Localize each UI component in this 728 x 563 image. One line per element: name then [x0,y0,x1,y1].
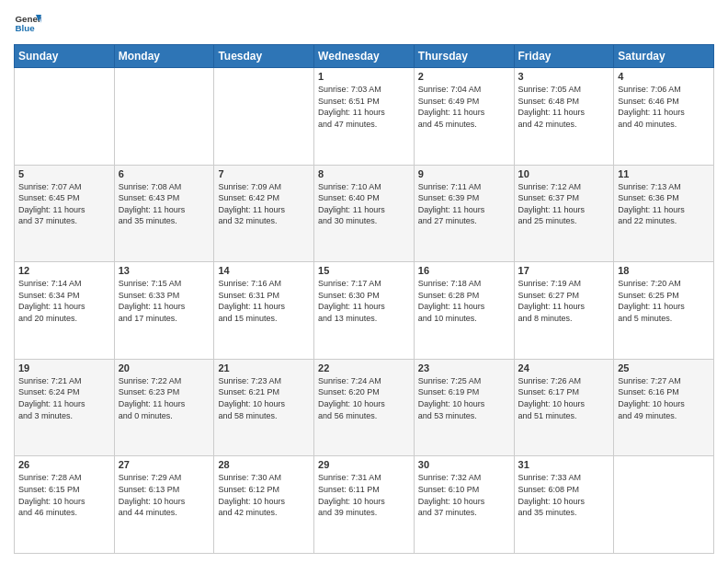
day-info: Sunrise: 7:15 AM Sunset: 6:33 PM Dayligh… [119,278,210,324]
col-friday: Friday [514,45,614,68]
day-info: Sunrise: 7:09 AM Sunset: 6:42 PM Dayligh… [218,181,310,227]
table-row: 27Sunrise: 7:29 AM Sunset: 6:13 PM Dayli… [114,456,214,554]
day-number: 27 [119,459,210,470]
day-number: 28 [218,459,310,470]
table-row: 6Sunrise: 7:08 AM Sunset: 6:43 PM Daylig… [114,165,214,262]
day-info: Sunrise: 7:13 AM Sunset: 6:36 PM Dayligh… [618,181,710,227]
day-number: 7 [218,168,310,179]
day-info: Sunrise: 7:08 AM Sunset: 6:43 PM Dayligh… [119,181,210,227]
table-row: 21Sunrise: 7:23 AM Sunset: 6:21 PM Dayli… [214,359,314,456]
col-saturday: Saturday [614,45,714,68]
day-info: Sunrise: 7:28 AM Sunset: 6:15 PM Dayligh… [18,472,110,518]
table-row: 12Sunrise: 7:14 AM Sunset: 6:34 PM Dayli… [15,262,115,360]
calendar-week-row: 1Sunrise: 7:03 AM Sunset: 6:51 PM Daylig… [15,68,714,166]
day-info: Sunrise: 7:04 AM Sunset: 6:49 PM Dayligh… [418,84,510,130]
col-sunday: Sunday [15,45,115,68]
day-number: 24 [518,362,610,373]
day-info: Sunrise: 7:27 AM Sunset: 6:16 PM Dayligh… [618,375,710,421]
day-number: 20 [119,362,210,373]
day-info: Sunrise: 7:22 AM Sunset: 6:23 PM Dayligh… [119,375,210,421]
table-row: 10Sunrise: 7:12 AM Sunset: 6:37 PM Dayli… [514,165,614,262]
table-row: 18Sunrise: 7:20 AM Sunset: 6:25 PM Dayli… [614,262,714,360]
table-row: 13Sunrise: 7:15 AM Sunset: 6:33 PM Dayli… [114,262,214,360]
table-row: 19Sunrise: 7:21 AM Sunset: 6:24 PM Dayli… [15,359,115,456]
header: General Blue [14,9,714,37]
table-row: 15Sunrise: 7:17 AM Sunset: 6:30 PM Dayli… [314,262,415,360]
day-number: 14 [218,265,310,276]
calendar-container: General Blue Sunday Monday Tuesday [0,0,728,563]
day-number: 11 [618,168,710,179]
calendar-header-row: Sunday Monday Tuesday Wednesday Thursday… [15,45,714,68]
day-number: 4 [618,71,710,82]
table-row: 8Sunrise: 7:10 AM Sunset: 6:40 PM Daylig… [314,165,415,262]
day-number: 26 [18,459,110,470]
day-number: 6 [119,168,210,179]
svg-text:Blue: Blue [16,23,36,33]
day-info: Sunrise: 7:10 AM Sunset: 6:40 PM Dayligh… [318,181,410,227]
calendar-week-row: 19Sunrise: 7:21 AM Sunset: 6:24 PM Dayli… [15,359,714,456]
table-row: 9Sunrise: 7:11 AM Sunset: 6:39 PM Daylig… [414,165,514,262]
calendar-week-row: 5Sunrise: 7:07 AM Sunset: 6:45 PM Daylig… [15,165,714,262]
logo-icon: General Blue [14,9,41,37]
day-info: Sunrise: 7:24 AM Sunset: 6:20 PM Dayligh… [318,375,410,421]
table-row: 28Sunrise: 7:30 AM Sunset: 6:12 PM Dayli… [214,456,314,554]
day-info: Sunrise: 7:31 AM Sunset: 6:11 PM Dayligh… [318,472,410,518]
table-row: 29Sunrise: 7:31 AM Sunset: 6:11 PM Dayli… [314,456,415,554]
col-monday: Monday [114,45,214,68]
day-number: 8 [318,168,410,179]
day-number: 21 [218,362,310,373]
day-number: 29 [318,459,410,470]
day-number: 17 [518,265,610,276]
table-row: 23Sunrise: 7:25 AM Sunset: 6:19 PM Dayli… [414,359,514,456]
table-row [114,68,214,166]
day-number: 18 [618,265,710,276]
col-wednesday: Wednesday [314,45,415,68]
day-number: 16 [418,265,510,276]
day-info: Sunrise: 7:06 AM Sunset: 6:46 PM Dayligh… [618,84,710,130]
day-info: Sunrise: 7:30 AM Sunset: 6:12 PM Dayligh… [218,472,310,518]
day-info: Sunrise: 7:18 AM Sunset: 6:28 PM Dayligh… [418,278,510,324]
logo: General Blue [14,9,43,37]
day-number: 31 [518,459,610,470]
day-number: 23 [418,362,510,373]
day-number: 12 [18,265,110,276]
day-info: Sunrise: 7:23 AM Sunset: 6:21 PM Dayligh… [218,375,310,421]
table-row: 1Sunrise: 7:03 AM Sunset: 6:51 PM Daylig… [314,68,415,166]
table-row: 5Sunrise: 7:07 AM Sunset: 6:45 PM Daylig… [15,165,115,262]
day-info: Sunrise: 7:32 AM Sunset: 6:10 PM Dayligh… [418,472,510,518]
table-row: 22Sunrise: 7:24 AM Sunset: 6:20 PM Dayli… [314,359,415,456]
calendar-week-row: 26Sunrise: 7:28 AM Sunset: 6:15 PM Dayli… [15,456,714,554]
table-row [214,68,314,166]
day-number: 15 [318,265,410,276]
day-number: 10 [518,168,610,179]
day-number: 2 [418,71,510,82]
table-row: 25Sunrise: 7:27 AM Sunset: 6:16 PM Dayli… [614,359,714,456]
day-number: 9 [418,168,510,179]
day-info: Sunrise: 7:17 AM Sunset: 6:30 PM Dayligh… [318,278,410,324]
table-row: 26Sunrise: 7:28 AM Sunset: 6:15 PM Dayli… [15,456,115,554]
day-info: Sunrise: 7:21 AM Sunset: 6:24 PM Dayligh… [18,375,110,421]
col-tuesday: Tuesday [214,45,314,68]
day-info: Sunrise: 7:03 AM Sunset: 6:51 PM Dayligh… [318,84,410,130]
table-row: 4Sunrise: 7:06 AM Sunset: 6:46 PM Daylig… [614,68,714,166]
table-row [15,68,115,166]
calendar-table: Sunday Monday Tuesday Wednesday Thursday… [14,44,714,554]
calendar-week-row: 12Sunrise: 7:14 AM Sunset: 6:34 PM Dayli… [15,262,714,360]
table-row: 30Sunrise: 7:32 AM Sunset: 6:10 PM Dayli… [414,456,514,554]
day-info: Sunrise: 7:20 AM Sunset: 6:25 PM Dayligh… [618,278,710,324]
table-row: 3Sunrise: 7:05 AM Sunset: 6:48 PM Daylig… [514,68,614,166]
day-info: Sunrise: 7:19 AM Sunset: 6:27 PM Dayligh… [518,278,610,324]
day-number: 1 [318,71,410,82]
day-number: 5 [18,168,110,179]
day-number: 13 [119,265,210,276]
table-row: 11Sunrise: 7:13 AM Sunset: 6:36 PM Dayli… [614,165,714,262]
table-row: 16Sunrise: 7:18 AM Sunset: 6:28 PM Dayli… [414,262,514,360]
table-row: 17Sunrise: 7:19 AM Sunset: 6:27 PM Dayli… [514,262,614,360]
day-info: Sunrise: 7:25 AM Sunset: 6:19 PM Dayligh… [418,375,510,421]
table-row: 20Sunrise: 7:22 AM Sunset: 6:23 PM Dayli… [114,359,214,456]
day-info: Sunrise: 7:16 AM Sunset: 6:31 PM Dayligh… [218,278,310,324]
day-info: Sunrise: 7:26 AM Sunset: 6:17 PM Dayligh… [518,375,610,421]
day-info: Sunrise: 7:14 AM Sunset: 6:34 PM Dayligh… [18,278,110,324]
table-row [614,456,714,554]
day-info: Sunrise: 7:29 AM Sunset: 6:13 PM Dayligh… [119,472,210,518]
